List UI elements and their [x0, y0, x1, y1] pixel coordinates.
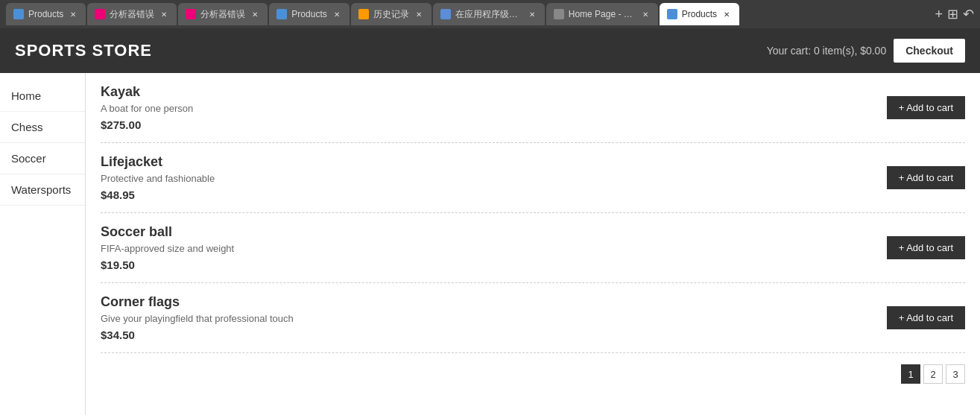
add-to-cart-kayak[interactable]: + Add to cart: [887, 96, 965, 119]
tab-close-8[interactable]: ✕: [721, 9, 732, 19]
sidebar-item-home[interactable]: Home: [0, 80, 85, 112]
tab-favicon-4: [276, 9, 287, 19]
tab-label-7: Home Page - 我...: [569, 8, 636, 21]
product-price-soccer-ball: $19.50: [101, 259, 872, 271]
tab-history[interactable]: 历史记录 ✕: [351, 3, 431, 25]
tab-products-active[interactable]: Products ✕: [660, 3, 739, 25]
sidebar-item-watersports[interactable]: Watersports: [0, 174, 85, 206]
tab-label-3: 分析器错误: [200, 8, 245, 21]
tab-close-7[interactable]: ✕: [640, 9, 651, 19]
sidebar: Home Chess Soccer Watersports: [0, 73, 86, 415]
checkout-button[interactable]: Checkout: [894, 39, 965, 63]
product-price-kayak: $275.00: [101, 118, 872, 131]
tab-label-5: 历史记录: [373, 8, 409, 21]
tab-home[interactable]: Home Page - 我... ✕: [546, 3, 658, 25]
tab-label-1: Products: [28, 9, 63, 19]
tab-error-2[interactable]: 分析器错误 ✕: [178, 3, 268, 25]
add-to-cart-soccer-ball[interactable]: + Add to cart: [887, 236, 965, 259]
tab-close-6[interactable]: ✕: [527, 9, 537, 19]
tab-favicon-8: [667, 9, 677, 19]
navbar-cart: Your cart: 0 item(s), $0.00 Checkout: [767, 39, 965, 63]
product-desc-soccer-ball: FIFA-approved size and weight: [101, 243, 872, 254]
navbar: SPORTS STORE Your cart: 0 item(s), $0.00…: [0, 28, 980, 73]
product-info-lifejacket: Lifejacket Protective and fashionable $4…: [101, 154, 872, 201]
browser-actions: + ⊞ ↶: [935, 6, 974, 22]
tab-label-2: 分析器错误: [110, 8, 154, 21]
product-row-corner-flags: Corner flags Give your playingfield that…: [101, 283, 965, 353]
tab-favicon-7: [554, 9, 564, 19]
page-btn-2[interactable]: 2: [923, 364, 943, 384]
product-row-kayak: Kayak A boat for one person $275.00 + Ad…: [101, 73, 965, 143]
tab-close-3[interactable]: ✕: [250, 9, 260, 19]
sidebar-item-soccer[interactable]: Soccer: [0, 143, 85, 174]
tab-error-1[interactable]: 分析器错误 ✕: [87, 3, 177, 25]
tab-favicon-1: [13, 9, 24, 19]
main-layout: Home Chess Soccer Watersports Kayak A bo…: [0, 73, 980, 415]
tabs-container: Products ✕ 分析器错误 ✕ 分析器错误 ✕ Products ✕ 历史…: [6, 3, 927, 25]
new-tab-icon[interactable]: +: [935, 7, 943, 22]
tab-label-6: 在应用程序级别之...: [455, 8, 522, 21]
product-row-lifejacket: Lifejacket Protective and fashionable $4…: [101, 143, 965, 213]
product-row-soccer-ball: Soccer ball FIFA-approved size and weigh…: [101, 213, 965, 283]
add-to-cart-lifejacket[interactable]: + Add to cart: [887, 166, 965, 189]
browser-chrome: Products ✕ 分析器错误 ✕ 分析器错误 ✕ Products ✕ 历史…: [0, 0, 980, 28]
product-info-kayak: Kayak A boat for one person $275.00: [101, 84, 872, 131]
tab-close-2[interactable]: ✕: [159, 9, 169, 19]
tab-close-5[interactable]: ✕: [414, 9, 424, 19]
page-btn-3[interactable]: 3: [946, 364, 965, 384]
tab-favicon-5: [358, 9, 369, 19]
page-btn-1[interactable]: 1: [901, 364, 920, 384]
product-name-kayak: Kayak: [101, 84, 872, 100]
pagination: 1 2 3: [101, 353, 965, 395]
product-name-soccer-ball: Soccer ball: [101, 224, 872, 240]
product-price-lifejacket: $48.95: [101, 189, 872, 201]
tab-products-1[interactable]: Products ✕: [6, 3, 86, 25]
add-to-cart-corner-flags[interactable]: + Add to cart: [887, 306, 965, 329]
product-desc-kayak: A boat for one person: [101, 103, 872, 114]
tab-label-4: Products: [291, 9, 326, 19]
tab-label-8: Products: [682, 9, 717, 19]
tab-favicon-6: [440, 9, 451, 19]
back-icon[interactable]: ↶: [963, 6, 974, 22]
product-info-soccer-ball: Soccer ball FIFA-approved size and weigh…: [101, 224, 872, 271]
product-name-lifejacket: Lifejacket: [101, 154, 872, 170]
product-price-corner-flags: $34.50: [101, 329, 872, 341]
product-list: Kayak A boat for one person $275.00 + Ad…: [86, 73, 980, 415]
product-desc-corner-flags: Give your playingfield that professional…: [101, 313, 872, 324]
tab-close-4[interactable]: ✕: [332, 9, 342, 19]
tab-products-2[interactable]: Products ✕: [269, 3, 349, 25]
tab-app[interactable]: 在应用程序级别之... ✕: [433, 3, 545, 25]
product-info-corner-flags: Corner flags Give your playingfield that…: [101, 294, 872, 341]
extensions-icon[interactable]: ⊞: [947, 6, 958, 22]
cart-info: Your cart: 0 item(s), $0.00: [767, 45, 887, 57]
tab-favicon-2: [95, 9, 105, 19]
sidebar-item-chess[interactable]: Chess: [0, 112, 85, 143]
tab-close-1[interactable]: ✕: [68, 9, 78, 19]
product-name-corner-flags: Corner flags: [101, 294, 872, 310]
product-desc-lifejacket: Protective and fashionable: [101, 173, 872, 184]
store-brand: SPORTS STORE: [15, 41, 152, 60]
tab-favicon-3: [186, 9, 196, 19]
